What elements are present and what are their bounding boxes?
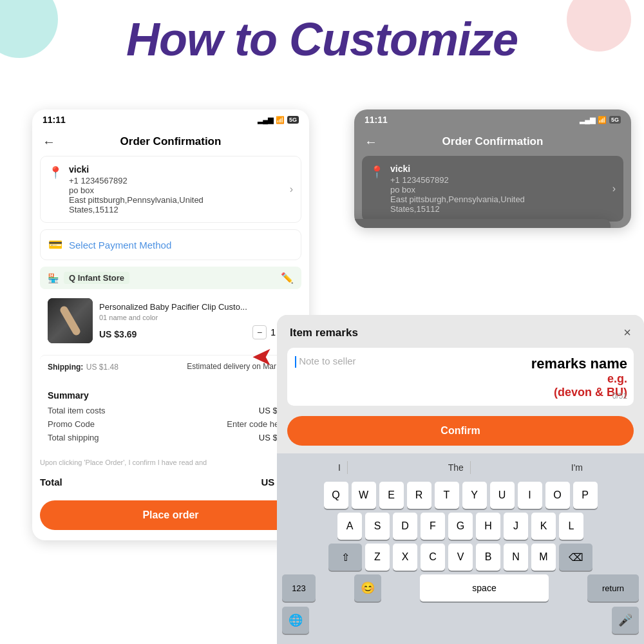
address-name-right: vicki	[390, 164, 606, 174]
store-row-left: 🏪 Q Infant Store ✏️	[40, 267, 301, 289]
key-j[interactable]: J	[504, 513, 528, 540]
status-bar-left: 11:11 ▂▄▆ 📶 5G	[32, 109, 309, 130]
product-variant: 01 name and color	[99, 314, 294, 321]
remarks-title-text: remarks name	[531, 355, 627, 372]
note-icon[interactable]: ✏️	[281, 272, 294, 284]
suggestion-im[interactable]: I'm	[565, 461, 589, 474]
address-card-right[interactable]: 📍 vicki +1 1234567892 po box East pittsb…	[362, 156, 623, 222]
nav-bar-right: ← Order Confirmation	[354, 130, 631, 156]
key-b[interactable]: B	[476, 544, 500, 571]
address-phone-left: +1 1234567892	[69, 176, 283, 185]
key-h[interactable]: H	[476, 513, 500, 540]
key-s[interactable]: S	[365, 513, 390, 540]
key-t[interactable]: T	[435, 482, 459, 509]
key-mic[interactable]: 🎤	[612, 607, 639, 634]
key-i[interactable]: I	[518, 482, 542, 509]
address-name-left: vicki	[69, 164, 283, 175]
key-123[interactable]: 123	[282, 574, 316, 601]
key-u[interactable]: U	[490, 482, 515, 509]
key-w[interactable]: W	[352, 482, 376, 509]
payment-text-left: Select Payment Method	[69, 240, 171, 251]
payment-row-left[interactable]: 💳 Select Payment Method	[40, 229, 301, 260]
address-info-left: vicki +1 1234567892 po box East pittsbur…	[69, 164, 283, 214]
summary-row-promo: Promo Code Enter code here >	[48, 419, 294, 429]
address-zip-right: States,15112	[390, 204, 606, 214]
shipping-label: Shipping:	[48, 363, 83, 372]
keyboard-row-1: Q W E R T Y U I O P	[279, 482, 641, 509]
summary-row-shipping: Total shipping US $0.48	[48, 433, 294, 442]
location-icon-right: 📍	[370, 165, 384, 179]
back-button-left[interactable]: ←	[43, 135, 55, 149]
key-globe[interactable]: 🌐	[282, 607, 309, 634]
payment-icon-left: 💳	[48, 238, 62, 252]
status-bar-right: 11:11 ▂▄▆ 📶 5G	[354, 109, 631, 130]
product-info: Personalized Baby Pacifier Clip Custo...…	[99, 302, 294, 340]
key-backspace[interactable]: ⌫	[559, 544, 592, 571]
modal-title: Item remarks	[290, 327, 358, 339]
wifi-icon-r: 📶	[598, 116, 607, 124]
suggestion-i[interactable]: I	[332, 461, 348, 474]
signal-icon-r: ▂▄▆	[580, 116, 595, 124]
key-z[interactable]: Z	[365, 544, 390, 571]
5g-badge-r: 5G	[609, 116, 621, 124]
key-y[interactable]: Y	[462, 482, 487, 509]
back-button-right[interactable]: ←	[365, 135, 377, 149]
modal-close-button[interactable]: ×	[623, 325, 631, 340]
store-left: 🏪 Q Infant Store	[48, 272, 129, 284]
qty-minus-btn[interactable]: −	[252, 325, 267, 339]
modal-char-count: 0/51	[612, 392, 627, 401]
key-f[interactable]: F	[421, 513, 445, 540]
store-name: Q Infant Store	[64, 272, 129, 284]
key-r[interactable]: R	[407, 482, 431, 509]
key-x[interactable]: X	[393, 544, 417, 571]
key-a[interactable]: A	[337, 513, 362, 540]
key-shift[interactable]: ⇧	[328, 544, 362, 571]
key-e[interactable]: E	[379, 482, 404, 509]
key-return[interactable]: return	[587, 574, 639, 601]
address-card-left[interactable]: 📍 vicki +1 1234567892 po box East pittsb…	[40, 156, 301, 223]
promo-label: Promo Code	[48, 419, 95, 429]
key-g[interactable]: G	[448, 513, 473, 540]
item-remarks-modal: Item remarks × Note to seller remarks na…	[277, 315, 644, 644]
status-icons-right: ▂▄▆ 📶 5G	[580, 116, 621, 124]
keyboard-row-4: 123 😊 space return	[279, 574, 641, 604]
chevron-right-address-right: ›	[612, 183, 616, 194]
key-n[interactable]: N	[504, 544, 528, 571]
keyboard: I The I'm Q W E R T Y U I O P A S D F G …	[277, 453, 644, 644]
address-street-right: po box	[390, 185, 606, 194]
summary-box: Summary Total item costs US $3.69 Promo …	[40, 384, 301, 453]
summary-title: Summary	[48, 390, 294, 401]
key-q[interactable]: Q	[324, 482, 348, 509]
nav-title-right: Order Confirmation	[442, 135, 544, 148]
arrow-annotation: ➤	[251, 341, 273, 371]
key-l[interactable]: L	[559, 513, 583, 540]
modal-header: Item remarks ×	[277, 315, 644, 348]
payment-icon-right: 💳	[354, 227, 355, 228]
status-time-left: 11:11	[43, 115, 66, 125]
keyboard-suggestions: I The I'm	[279, 459, 641, 477]
chevron-right-address-left: ›	[290, 184, 293, 195]
key-d[interactable]: D	[393, 513, 417, 540]
key-o[interactable]: O	[545, 482, 570, 509]
key-p[interactable]: P	[573, 482, 598, 509]
phone-right: 11:11 ▂▄▆ 📶 5G ← Order Confirmation 📍 vi…	[354, 109, 631, 228]
cursor-line	[295, 356, 296, 368]
phone-left: 11:11 ▂▄▆ 📶 5G ← Order Confirmation 📍 vi…	[32, 109, 309, 540]
key-c[interactable]: C	[421, 544, 445, 571]
suggestion-the[interactable]: The	[442, 461, 471, 474]
key-v[interactable]: V	[448, 544, 473, 571]
remarks-eg: e.g.	[531, 372, 627, 386]
payment-row-right[interactable]: 💳 Select Payment Method	[354, 219, 611, 228]
signal-icon: ▂▄▆	[258, 116, 273, 124]
product-thumbnail	[48, 298, 93, 343]
confirm-button[interactable]: Confirm	[287, 416, 634, 446]
placeholder-text: Note to seller	[299, 355, 355, 366]
key-emoji[interactable]: 😊	[354, 574, 381, 601]
key-m[interactable]: M	[531, 544, 556, 571]
place-order-button[interactable]: Place order	[40, 500, 301, 530]
key-space[interactable]: space	[420, 574, 549, 601]
modal-textarea-wrap[interactable]: Note to seller remarks name e.g. (devon …	[287, 348, 634, 406]
key-k[interactable]: K	[531, 513, 556, 540]
product-name: Personalized Baby Pacifier Clip Custo...	[99, 302, 294, 313]
keyboard-row-3: ⇧ Z X C V B N M ⌫	[279, 544, 641, 571]
